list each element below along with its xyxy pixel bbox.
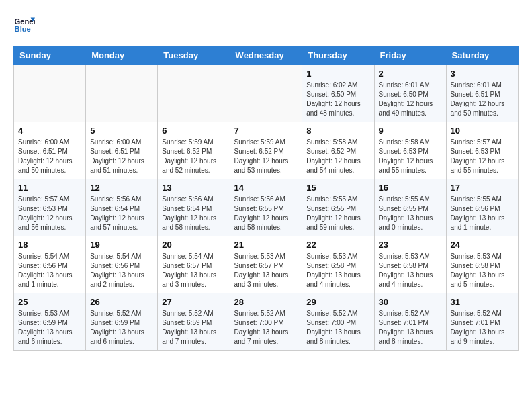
- week-row-3: 11Sunrise: 5:57 AMSunset: 6:53 PMDayligh…: [14, 179, 519, 236]
- day-number: 6: [162, 126, 225, 136]
- day-cell: 6Sunrise: 5:59 AMSunset: 6:52 PMDaylight…: [158, 122, 230, 179]
- day-info: Sunrise: 5:55 AMSunset: 6:55 PMDaylight:…: [379, 195, 442, 232]
- day-number: 31: [451, 297, 514, 307]
- day-info: Sunrise: 6:00 AMSunset: 6:51 PMDaylight:…: [18, 138, 81, 175]
- day-info: Sunrise: 6:01 AMSunset: 6:50 PMDaylight:…: [379, 81, 442, 118]
- day-info: Sunrise: 5:55 AMSunset: 6:55 PMDaylight:…: [306, 195, 369, 232]
- logo: General Blue: [13, 13, 35, 35]
- day-number: 27: [162, 297, 225, 307]
- day-info: Sunrise: 5:52 AMSunset: 7:01 PMDaylight:…: [379, 309, 442, 347]
- day-cell: 17Sunrise: 5:55 AMSunset: 6:56 PMDayligh…: [446, 179, 518, 236]
- day-number: 15: [306, 183, 369, 193]
- page-header: General Blue: [13, 13, 519, 35]
- day-cell: [14, 65, 86, 122]
- day-number: 8: [306, 126, 369, 136]
- day-info: Sunrise: 5:58 AMSunset: 6:53 PMDaylight:…: [379, 138, 442, 175]
- day-cell: 21Sunrise: 5:53 AMSunset: 6:57 PMDayligh…: [230, 236, 302, 293]
- day-info: Sunrise: 5:53 AMSunset: 6:58 PMDaylight:…: [379, 252, 442, 289]
- day-number: 1: [306, 68, 369, 79]
- day-info: Sunrise: 5:54 AMSunset: 6:56 PMDaylight:…: [18, 252, 81, 289]
- day-cell: 20Sunrise: 5:54 AMSunset: 6:57 PMDayligh…: [158, 236, 230, 293]
- day-cell: 15Sunrise: 5:55 AMSunset: 6:55 PMDayligh…: [302, 179, 374, 236]
- weekday-header-thursday: Thursday: [302, 46, 374, 65]
- day-number: 30: [379, 297, 442, 307]
- day-info: Sunrise: 6:01 AMSunset: 6:51 PMDaylight:…: [451, 81, 514, 118]
- calendar: SundayMondayTuesdayWednesdayThursdayFrid…: [13, 46, 519, 351]
- day-cell: 10Sunrise: 5:57 AMSunset: 6:53 PMDayligh…: [446, 122, 518, 179]
- day-cell: 12Sunrise: 5:56 AMSunset: 6:54 PMDayligh…: [86, 179, 158, 236]
- day-info: Sunrise: 6:00 AMSunset: 6:51 PMDaylight:…: [90, 138, 153, 175]
- day-info: Sunrise: 5:52 AMSunset: 6:59 PMDaylight:…: [90, 309, 153, 347]
- day-number: 4: [18, 126, 81, 136]
- day-number: 22: [306, 240, 369, 250]
- day-cell: [86, 65, 158, 122]
- day-number: 12: [90, 183, 153, 193]
- day-info: Sunrise: 5:54 AMSunset: 6:56 PMDaylight:…: [90, 252, 153, 289]
- day-cell: [230, 65, 302, 122]
- day-info: Sunrise: 5:52 AMSunset: 7:01 PMDaylight:…: [451, 309, 514, 347]
- day-number: 14: [234, 183, 298, 193]
- day-cell: 25Sunrise: 5:53 AMSunset: 6:59 PMDayligh…: [14, 293, 86, 351]
- day-number: 23: [379, 240, 442, 250]
- day-cell: 31Sunrise: 5:52 AMSunset: 7:01 PMDayligh…: [446, 293, 518, 351]
- day-cell: 9Sunrise: 5:58 AMSunset: 6:53 PMDaylight…: [374, 122, 446, 179]
- day-info: Sunrise: 5:57 AMSunset: 6:53 PMDaylight:…: [451, 138, 514, 175]
- weekday-header-friday: Friday: [374, 46, 446, 65]
- day-cell: 18Sunrise: 5:54 AMSunset: 6:56 PMDayligh…: [14, 236, 86, 293]
- weekday-header-saturday: Saturday: [446, 46, 518, 65]
- day-info: Sunrise: 5:59 AMSunset: 6:52 PMDaylight:…: [234, 138, 298, 175]
- day-number: 11: [18, 183, 81, 193]
- week-row-4: 18Sunrise: 5:54 AMSunset: 6:56 PMDayligh…: [14, 236, 519, 293]
- day-cell: 23Sunrise: 5:53 AMSunset: 6:58 PMDayligh…: [374, 236, 446, 293]
- day-number: 21: [234, 240, 298, 250]
- day-cell: 19Sunrise: 5:54 AMSunset: 6:56 PMDayligh…: [86, 236, 158, 293]
- day-cell: 11Sunrise: 5:57 AMSunset: 6:53 PMDayligh…: [14, 179, 86, 236]
- day-cell: 30Sunrise: 5:52 AMSunset: 7:01 PMDayligh…: [374, 293, 446, 351]
- day-cell: 24Sunrise: 5:53 AMSunset: 6:58 PMDayligh…: [446, 236, 518, 293]
- weekday-header-wednesday: Wednesday: [230, 46, 302, 65]
- day-number: 7: [234, 126, 298, 136]
- day-number: 16: [379, 183, 442, 193]
- day-number: 20: [162, 240, 225, 250]
- weekday-header-row: SundayMondayTuesdayWednesdayThursdayFrid…: [14, 46, 519, 65]
- day-cell: 1Sunrise: 6:02 AMSunset: 6:50 PMDaylight…: [302, 65, 374, 122]
- day-info: Sunrise: 5:53 AMSunset: 6:58 PMDaylight:…: [451, 252, 514, 289]
- day-cell: 22Sunrise: 5:53 AMSunset: 6:58 PMDayligh…: [302, 236, 374, 293]
- day-info: Sunrise: 5:56 AMSunset: 6:54 PMDaylight:…: [90, 195, 153, 232]
- day-cell: 28Sunrise: 5:52 AMSunset: 7:00 PMDayligh…: [230, 293, 302, 351]
- day-number: 10: [451, 126, 514, 136]
- day-number: 26: [90, 297, 153, 307]
- week-row-1: 1Sunrise: 6:02 AMSunset: 6:50 PMDaylight…: [14, 65, 519, 122]
- day-cell: 5Sunrise: 6:00 AMSunset: 6:51 PMDaylight…: [86, 122, 158, 179]
- day-cell: 14Sunrise: 5:56 AMSunset: 6:55 PMDayligh…: [230, 179, 302, 236]
- week-row-2: 4Sunrise: 6:00 AMSunset: 6:51 PMDaylight…: [14, 122, 519, 179]
- day-info: Sunrise: 5:53 AMSunset: 6:59 PMDaylight:…: [18, 309, 81, 347]
- day-info: Sunrise: 5:52 AMSunset: 6:59 PMDaylight:…: [162, 309, 225, 347]
- day-info: Sunrise: 5:54 AMSunset: 6:57 PMDaylight:…: [162, 252, 225, 289]
- day-info: Sunrise: 5:52 AMSunset: 7:00 PMDaylight:…: [234, 309, 298, 347]
- day-number: 28: [234, 297, 298, 307]
- day-cell: 2Sunrise: 6:01 AMSunset: 6:50 PMDaylight…: [374, 65, 446, 122]
- day-cell: 8Sunrise: 5:58 AMSunset: 6:52 PMDaylight…: [302, 122, 374, 179]
- day-number: 2: [379, 68, 442, 79]
- day-cell: 13Sunrise: 5:56 AMSunset: 6:54 PMDayligh…: [158, 179, 230, 236]
- day-number: 13: [162, 183, 225, 193]
- day-number: 5: [90, 126, 153, 136]
- day-cell: 27Sunrise: 5:52 AMSunset: 6:59 PMDayligh…: [158, 293, 230, 351]
- day-info: Sunrise: 5:58 AMSunset: 6:52 PMDaylight:…: [306, 138, 369, 175]
- day-cell: 4Sunrise: 6:00 AMSunset: 6:51 PMDaylight…: [14, 122, 86, 179]
- day-info: Sunrise: 6:02 AMSunset: 6:50 PMDaylight:…: [306, 81, 369, 118]
- day-number: 9: [379, 126, 442, 136]
- day-number: 3: [451, 68, 514, 79]
- day-number: 24: [451, 240, 514, 250]
- day-info: Sunrise: 5:57 AMSunset: 6:53 PMDaylight:…: [18, 195, 81, 232]
- weekday-header-monday: Monday: [86, 46, 158, 65]
- day-info: Sunrise: 5:59 AMSunset: 6:52 PMDaylight:…: [162, 138, 225, 175]
- day-number: 19: [90, 240, 153, 250]
- svg-text:Blue: Blue: [15, 25, 31, 33]
- day-number: 18: [18, 240, 81, 250]
- day-number: 29: [306, 297, 369, 307]
- day-cell: 26Sunrise: 5:52 AMSunset: 6:59 PMDayligh…: [86, 293, 158, 351]
- logo-icon: General Blue: [13, 13, 35, 35]
- day-cell: 3Sunrise: 6:01 AMSunset: 6:51 PMDaylight…: [446, 65, 518, 122]
